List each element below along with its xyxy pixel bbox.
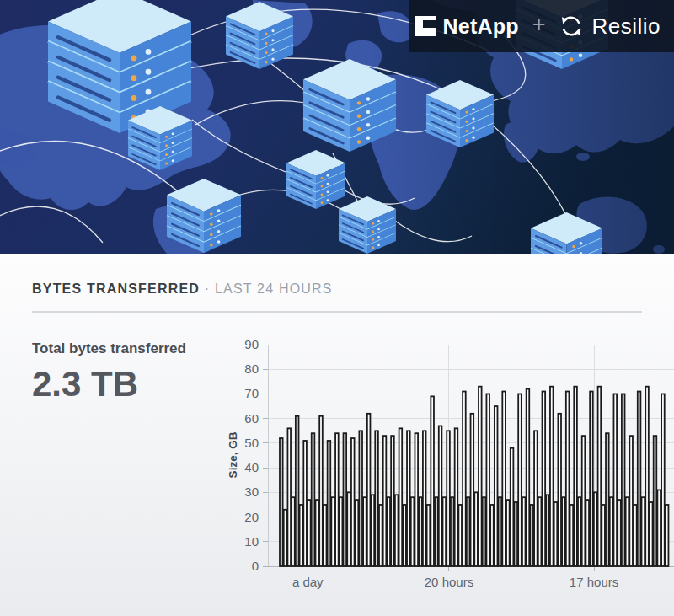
chart-bar (499, 497, 502, 566)
chart-bar (280, 438, 283, 566)
y-tick-label: 0 (252, 559, 259, 573)
total-bytes-stat: Total bytes transferred 2.3 TB (32, 340, 186, 404)
chart-bar (367, 414, 371, 566)
chart-bar (654, 436, 657, 566)
chart-bar (578, 497, 581, 566)
chart-bar (455, 428, 458, 566)
chart-bar (554, 502, 558, 566)
y-tick-label: 10 (244, 534, 259, 549)
section-heading-primary: BYTES TRANSFERRED (32, 281, 200, 296)
y-tick-label: 80 (244, 362, 259, 376)
netapp-wordmark: NetApp (443, 14, 519, 39)
chart-bar (562, 497, 565, 566)
chart-bar (347, 492, 350, 566)
heading-separator: · (205, 281, 211, 296)
chart-bar (582, 436, 586, 566)
page: NetApp + Resilio BYTES TRANSFERRED · LAS… (0, 0, 674, 616)
chart-bar (486, 394, 489, 566)
chart-bar (391, 436, 394, 566)
chart-bar (379, 505, 382, 566)
y-tick-label: 50 (244, 436, 259, 450)
chart-bar (415, 433, 418, 566)
chart-bar (467, 497, 470, 566)
chart-bar (479, 387, 482, 566)
y-tick-label: 30 (244, 485, 259, 499)
chart-bar (506, 500, 510, 566)
chart-bar (622, 394, 625, 566)
chart-bar (363, 497, 366, 566)
chart-bar (324, 505, 327, 566)
chart-bar (650, 502, 653, 566)
y-axis-title: Size, GB (227, 431, 239, 478)
chart-bar (558, 414, 561, 566)
chart-bar (629, 436, 633, 566)
chart-bar (319, 416, 323, 566)
x-tick-label: 20 hours (425, 575, 473, 589)
stats-section: BYTES TRANSFERRED · LAST 24 HOURS Total … (0, 254, 674, 616)
chart-bar (312, 433, 315, 566)
chart-bar (447, 431, 450, 566)
chart-bar (359, 431, 362, 566)
resilio-logo-icon (559, 13, 584, 39)
chart-bar (375, 431, 378, 566)
chart-bar (495, 406, 498, 566)
chart-bar (566, 392, 570, 566)
stat-value: 2.3 TB (32, 364, 186, 404)
chart-bar (296, 416, 299, 566)
chart-bar (666, 505, 669, 566)
resilio-wordmark: Resilio (591, 13, 661, 40)
chart-bar (463, 392, 466, 566)
chart-bar (626, 497, 629, 566)
chart-bar (590, 392, 593, 566)
chart-bar (502, 392, 506, 566)
chart-bar (645, 387, 649, 566)
chart-bar (395, 495, 399, 566)
chart-bar (490, 505, 494, 566)
chart-bar (642, 497, 645, 566)
chart-bar (546, 495, 549, 566)
chart-bar (514, 502, 517, 566)
chart-bar (570, 505, 574, 566)
chart-bar (292, 497, 295, 566)
chart-bar (613, 394, 617, 566)
chart-bar (618, 500, 621, 566)
chart-bar (287, 428, 291, 566)
y-tick-label: 40 (244, 460, 259, 474)
chart-bar (431, 396, 434, 566)
chart-bar (538, 497, 542, 566)
x-tick-label: 17 hours (570, 575, 618, 589)
chart-bar (387, 497, 390, 566)
netapp-logo-icon (415, 16, 436, 36)
chart-bar (407, 431, 410, 566)
chart-bar (331, 497, 334, 566)
chart-bar (602, 505, 605, 566)
chart-bar (574, 387, 577, 566)
chart-bar (303, 441, 307, 566)
plus-sign: + (532, 12, 546, 38)
chart-bar (522, 497, 526, 566)
chart-bar (586, 500, 589, 566)
chart-bar (403, 505, 406, 566)
chart-bar (423, 431, 426, 566)
y-tick-label: 60 (244, 411, 259, 426)
chart-bar (435, 497, 438, 566)
chart-bar (340, 497, 343, 566)
hero-illustration: NetApp + Resilio (0, 0, 674, 254)
chart-bar (419, 497, 422, 566)
chart-bar (606, 433, 609, 566)
y-tick-label: 20 (244, 510, 259, 524)
chart-bar (474, 492, 478, 566)
chart-bar (458, 505, 462, 566)
chart-bar (427, 505, 431, 566)
chart-bar (443, 497, 447, 566)
chart-bar (383, 436, 387, 566)
chart-bar (351, 438, 355, 566)
chart-bar (356, 500, 359, 566)
bytes-transferred-chart: 0102030405060708090a day20 hours17 hours… (226, 335, 674, 597)
x-tick-label: a day (292, 575, 324, 589)
chart-bar (335, 433, 339, 566)
chart-bar (471, 414, 474, 566)
chart-bar (594, 492, 597, 566)
chart-bar (399, 428, 403, 566)
section-heading: BYTES TRANSFERRED · LAST 24 HOURS (32, 281, 333, 297)
